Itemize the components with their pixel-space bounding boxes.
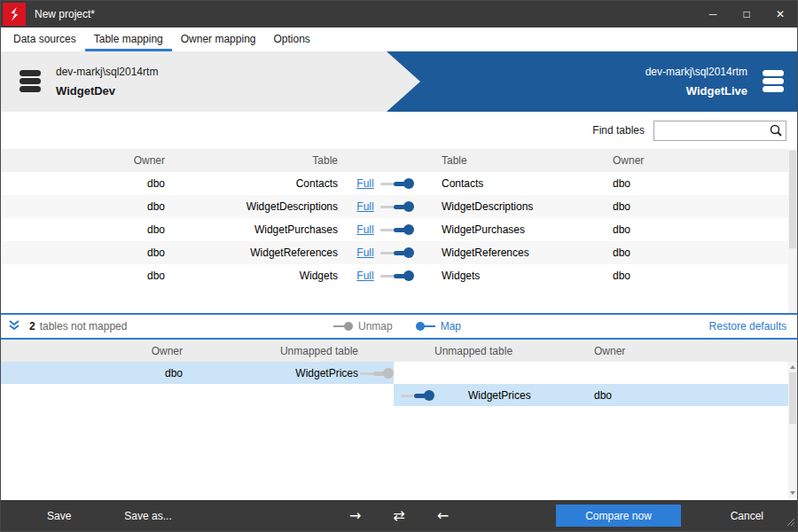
table-cell: WidgetReferences (174, 246, 338, 259)
scroll-down-icon[interactable] (790, 491, 795, 495)
direction-buttons: → ⇄ ← (349, 507, 449, 524)
mapping-mode-link[interactable]: Full (356, 223, 373, 236)
maximize-button[interactable]: □ (730, 1, 763, 27)
mapping-cell: Full (338, 177, 431, 190)
mapped-header-row: Owner Table Table Owner (1, 149, 797, 172)
save-as-button[interactable]: Save as... (112, 500, 184, 531)
find-tables-label: Find tables (592, 124, 645, 137)
minimize-button[interactable]: ─ (696, 1, 730, 27)
table-cell: WidgetPrices (190, 367, 358, 379)
mapping-cell: Full (338, 270, 431, 282)
map-button[interactable]: Map (416, 320, 461, 332)
owner-cell: dbo (1, 223, 174, 236)
lower-scrollbar[interactable] (788, 362, 797, 498)
table-right-header: Unmapped table (394, 345, 594, 357)
unmapped-section-bar: 2 tables not mapped Unmap Map Restore de… (1, 313, 797, 340)
owner-cell: dbo (1, 367, 190, 379)
database-icon (760, 68, 786, 95)
table-cell: WidgetPurchases (174, 223, 338, 236)
unmapped-tables-grid: Owner Unmapped table Unmapped table Owne… (1, 340, 797, 500)
mapped-tables-grid: Owner Table Table Owner dbo Contacts Ful… (1, 149, 797, 313)
table-cell: Contacts (431, 177, 604, 190)
table-cell: WidgetDescriptions (431, 200, 604, 213)
direction-right-icon[interactable]: → (349, 507, 361, 524)
tab-options[interactable]: Options (264, 27, 318, 51)
upper-scrollbar[interactable] (788, 149, 797, 313)
unmapped-count-label: tables not mapped (40, 320, 128, 332)
tab-data-sources[interactable]: Data sources (4, 27, 85, 51)
map-actions: Unmap Map (333, 320, 461, 332)
find-tables-row: Find tables (1, 112, 797, 149)
owner-cell: dbo (1, 270, 174, 282)
unmapped-toggle[interactable] (401, 390, 433, 401)
table-cell: WidgetDescriptions (174, 200, 338, 213)
unmapped-right-row[interactable]: WidgetPrices dbo (1, 384, 797, 406)
unmap-button[interactable]: Unmap (333, 320, 393, 332)
mapped-rows: dbo Contacts Full Contacts dbo dbo Widge… (1, 172, 797, 287)
tab-owner-mapping[interactable]: Owner mapping (172, 27, 265, 51)
cancel-button[interactable]: Cancel (731, 500, 763, 531)
search-input[interactable] (653, 121, 786, 141)
owner-cell: dbo (604, 246, 786, 259)
empty-cells (394, 362, 797, 384)
table-cell: WidgetPurchases (431, 223, 604, 236)
owner-cell: dbo (604, 270, 786, 282)
table-left-header: Table (174, 154, 338, 167)
databases-header: dev-markj\sql2014rtm WidgetLive dev-mark… (1, 51, 797, 112)
table-row[interactable]: dbo WidgetDescriptions Full WidgetDescri… (1, 195, 797, 218)
tab-table-mapping[interactable]: Table mapping (85, 27, 172, 51)
scrollbar-thumb[interactable] (789, 151, 796, 248)
restore-defaults-link[interactable]: Restore defaults (709, 320, 786, 332)
mapping-mode-link[interactable]: Full (356, 200, 373, 213)
mapping-mode-link[interactable]: Full (356, 270, 373, 282)
unmapped-summary: 2 tables not mapped (1, 319, 333, 333)
mapping-mode-link[interactable]: Full (356, 246, 373, 259)
unmapped-toggle[interactable] (360, 368, 392, 379)
scroll-up-icon[interactable] (790, 365, 795, 369)
mapping-toggle[interactable] (380, 224, 412, 235)
mapping-toggle[interactable] (380, 247, 412, 258)
table-cell: Widgets (431, 270, 604, 282)
owner-right-header: Owner (594, 345, 797, 357)
table-row[interactable]: dbo Contacts Full Contacts dbo (1, 172, 797, 195)
collapse-chevron-icon[interactable] (8, 319, 20, 333)
unmapped-right-cells[interactable]: WidgetPrices dbo (394, 384, 797, 406)
table-left-header: Unmapped table (190, 345, 358, 357)
title-bar: New project* ─ □ ✕ (1, 1, 797, 27)
table-row[interactable]: dbo WidgetPurchases Full WidgetPurchases… (1, 218, 797, 241)
tab-bar: Data sources Table mapping Owner mapping… (1, 27, 797, 51)
mapping-cell: Full (338, 200, 431, 213)
mapping-mode-link[interactable]: Full (356, 177, 373, 190)
table-cell: Widgets (174, 270, 338, 282)
table-row[interactable]: dbo WidgetReferences Full WidgetReferenc… (1, 241, 797, 264)
close-button[interactable]: ✕ (763, 1, 797, 27)
table-right-header: Table (431, 154, 604, 167)
empty-cells (1, 384, 394, 406)
mapping-cell: Full (338, 223, 431, 236)
unmapped-left-cells[interactable]: dbo WidgetPrices (1, 362, 394, 384)
target-database: WidgetLive (645, 84, 747, 98)
search-box (653, 121, 786, 141)
resize-grip[interactable] (786, 517, 795, 529)
mapping-toggle[interactable] (380, 270, 412, 281)
mapping-toggle[interactable] (380, 201, 412, 212)
save-button[interactable]: Save (35, 500, 83, 531)
database-icon (17, 68, 43, 95)
mapping-toggle[interactable] (380, 178, 412, 189)
direction-left-icon[interactable]: ← (437, 507, 449, 524)
footer-bar: Save Save as... → ⇄ ← Compare now Cancel (1, 500, 797, 531)
map-label: Map (441, 320, 461, 332)
owner-cell: dbo (1, 177, 174, 190)
scrollbar-thumb[interactable] (789, 372, 796, 424)
search-icon[interactable] (769, 123, 783, 141)
table-row[interactable]: dbo Widgets Full Widgets dbo (1, 264, 797, 287)
table-cell: WidgetReferences (431, 246, 604, 259)
source-database: WidgetDev (56, 84, 158, 98)
owner-cell: dbo (604, 177, 786, 190)
owner-cell: dbo (1, 200, 174, 213)
unmapped-left-row[interactable]: dbo WidgetPrices (1, 362, 797, 384)
owner-cell: dbo (604, 223, 786, 236)
source-panel: dev-markj\sql2014rtm WidgetDev (1, 51, 387, 112)
compare-now-button[interactable]: Compare now (556, 505, 681, 527)
direction-both-icon[interactable]: ⇄ (393, 507, 404, 524)
